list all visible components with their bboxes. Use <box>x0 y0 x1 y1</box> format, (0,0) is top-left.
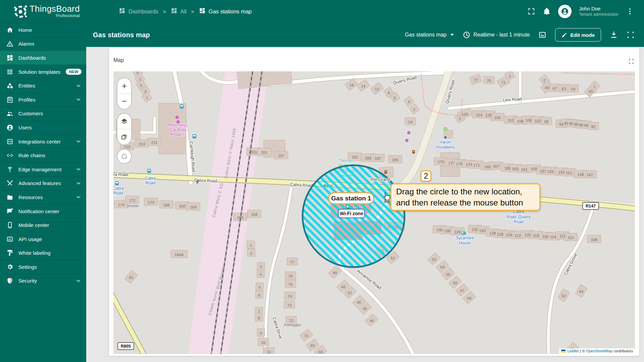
user-role: Tenant administrator <box>579 12 619 17</box>
widget-expand-icon[interactable] <box>628 58 635 65</box>
sidebar-item-label: Users <box>18 125 32 130</box>
brand-sub: Professional <box>30 13 80 18</box>
svg-text:120: 120 <box>485 113 491 117</box>
map-attribution: Leaflet | © OpenStreetMap contributors <box>559 348 635 354</box>
dashboard-icon <box>199 7 206 15</box>
edit-mode-button[interactable]: Edit mode <box>555 28 601 42</box>
bus-stop-icon <box>147 169 151 173</box>
svg-text:House: House <box>459 241 471 245</box>
breadcrumb-dashboards[interactable]: Dashboards <box>119 7 158 15</box>
brand-logo[interactable]: ThingsBoard Professional <box>0 0 86 23</box>
osm-link[interactable]: OpenStreetMap <box>586 349 612 353</box>
integration-icon <box>6 138 13 145</box>
clock-icon <box>463 31 471 39</box>
svg-text:213: 213 <box>139 142 145 146</box>
notifications-bell-icon[interactable] <box>543 7 551 15</box>
svg-text:ra Road: ra Road <box>113 172 128 177</box>
gear-icon <box>6 263 13 270</box>
svg-text:116: 116 <box>542 235 548 239</box>
map-type-icon[interactable] <box>117 129 131 144</box>
zoom-in-button[interactable]: + <box>117 78 131 94</box>
svg-text:6: 6 <box>394 96 396 100</box>
sidebar-item-profiles[interactable]: Profiles <box>0 93 86 107</box>
sidebar-item-integrations-center[interactable]: Integrations center <box>0 134 86 148</box>
sidebar-item-notification-center[interactable]: Notification center <box>0 204 86 218</box>
sidebar-item-customers[interactable]: Customers <box>0 107 86 121</box>
svg-text:94: 94 <box>559 122 564 126</box>
layers-icon[interactable] <box>117 114 131 129</box>
svg-text:124: 124 <box>476 113 482 117</box>
download-icon[interactable] <box>610 31 618 39</box>
leaflet-link[interactable]: Leaflet <box>568 349 579 353</box>
breadcrumb-gas-stations-map[interactable]: Gas stations map <box>199 7 252 15</box>
svg-text:18: 18 <box>350 83 354 87</box>
more-menu-icon[interactable] <box>626 7 634 15</box>
svg-text:74: 74 <box>288 294 292 298</box>
sidebar-item-resources[interactable]: Resources <box>0 190 86 204</box>
svg-text:164A: 164A <box>175 253 184 257</box>
sidebar-item-entities[interactable]: Entities <box>0 78 86 93</box>
sidebar-item-label: White labeling <box>18 250 51 256</box>
sidebar-item-alarms[interactable]: Alarms <box>0 37 86 51</box>
chevron-down-icon <box>75 278 82 284</box>
sidebar-item-edge-management[interactable]: Edge management <box>0 162 86 176</box>
gas-station-marker[interactable]: Gas station 1 <box>329 193 374 204</box>
svg-text:Wi-Fi zone: Wi-Fi zone <box>340 211 363 216</box>
expand-fullscreen-icon[interactable] <box>627 31 635 39</box>
app-root: ThingsBoard Professional HomeAlarmsDashb… <box>0 0 644 362</box>
svg-text:58: 58 <box>467 296 472 300</box>
dashboard-icon <box>119 7 125 15</box>
sidebar-item-rule-chains[interactable]: Rule chains <box>0 148 86 162</box>
svg-text:159: 159 <box>530 167 537 171</box>
svg-text:170: 170 <box>148 200 154 204</box>
zoom-out-button[interactable]: − <box>117 94 131 109</box>
breadcrumb-label: Gas stations map <box>209 8 252 15</box>
image-gallery-icon[interactable] <box>538 31 546 39</box>
breadcrumb-separator: > <box>163 9 166 14</box>
sidebar-item-advanced-features[interactable]: Advanced features <box>0 176 86 190</box>
svg-text:132: 132 <box>472 228 478 232</box>
svg-text:98: 98 <box>544 120 549 124</box>
svg-text:187: 187 <box>374 157 381 161</box>
sidebar-item-solution-templates[interactable]: Solution templatesNEW <box>0 65 86 79</box>
svg-text:12: 12 <box>375 87 379 91</box>
leaflet-map[interactable]: 9753121521321120320119717417217016816616… <box>113 71 635 354</box>
svg-text:1: 1 <box>146 96 148 100</box>
tree-icon <box>444 127 447 131</box>
timewindow-button[interactable]: Realtime - last 1 minute <box>463 31 530 39</box>
sidebar-item-mobile-center[interactable]: Mobile center <box>0 218 86 232</box>
widget-title: Map <box>113 57 124 63</box>
sidebar-item-dashboards[interactable]: Dashboards <box>0 51 86 65</box>
shop-poi-icon <box>406 139 409 142</box>
svg-text:112: 112 <box>508 118 514 122</box>
locate-icon[interactable] <box>117 149 131 163</box>
sidebar-item-white-labeling[interactable]: White labeling <box>0 246 86 260</box>
map-locate-control <box>117 149 132 164</box>
sidebar-item-settings[interactable]: Settings <box>0 260 86 274</box>
svg-text:Road: Road <box>113 191 123 195</box>
svg-text:52: 52 <box>391 256 395 260</box>
svg-text:172: 172 <box>129 198 135 202</box>
sidebar-item-security[interactable]: Security <box>0 274 86 288</box>
apps-icon <box>6 68 13 75</box>
sidebar-item-users[interactable]: Users <box>0 120 86 134</box>
sidebar-item-api-usage[interactable]: API usage <box>0 232 86 246</box>
fullscreen-icon[interactable] <box>527 7 535 15</box>
svg-text:197: 197 <box>278 154 284 158</box>
sidebar-item-home[interactable]: Home <box>0 23 86 37</box>
svg-text:108: 108 <box>517 119 523 123</box>
svg-text:116: 116 <box>494 116 500 120</box>
user-info[interactable]: John Doe Tenant administrator <box>579 6 619 17</box>
svg-text:76: 76 <box>288 274 293 278</box>
svg-text:10: 10 <box>261 341 266 345</box>
svg-text:Car Body: Car Body <box>170 127 186 132</box>
breadcrumb-all[interactable]: All <box>171 7 186 15</box>
wifi-zone-label: Wi-Fi zone <box>338 209 365 218</box>
sidebar-item-label: Notification center <box>18 208 59 214</box>
dashboard-state-select[interactable]: Gas stations map <box>405 32 454 38</box>
map-layer-control <box>117 113 132 145</box>
shop-poi-icon <box>408 131 411 134</box>
svg-text:77: 77 <box>290 260 294 264</box>
chevron-down-icon <box>75 166 82 172</box>
user-avatar[interactable] <box>558 5 572 18</box>
